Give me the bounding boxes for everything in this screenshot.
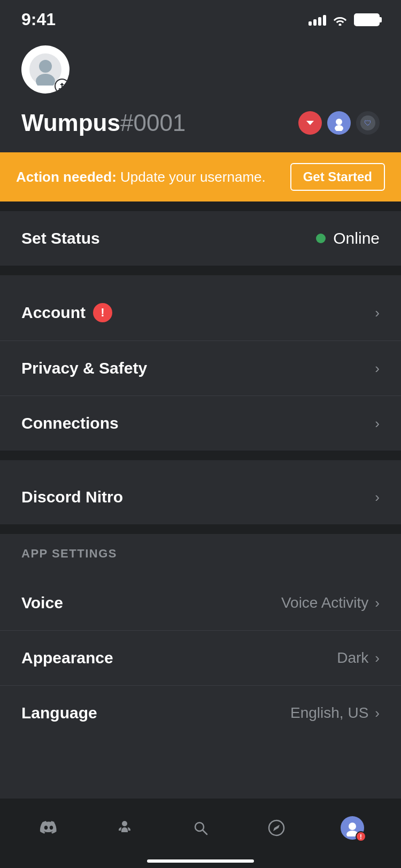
appearance-chevron: › [375,650,380,666]
appearance-right: Dark › [337,649,380,666]
nav-discover[interactable] [255,812,298,844]
avatar[interactable] [21,45,70,94]
voice-label: Voice [21,594,63,612]
home-indicator [147,859,254,863]
account-label: Account [21,304,86,322]
privacy-chevron: › [375,360,380,377]
voice-right: Voice Activity › [281,594,380,611]
action-banner: Action needed: Update your username. Get… [0,152,401,201]
nitro-label: Discord Nitro [21,488,123,506]
privacy-left: Privacy & Safety [21,359,147,377]
profile-section: Wumpus#0001 🛡 [0,99,401,152]
nitro-section: Discord Nitro › [0,470,401,524]
compass-icon [267,818,286,838]
separator-1 [0,266,401,275]
connections-left: Connections [21,414,119,432]
section-divider-top [0,201,401,211]
wifi-icon [333,14,348,26]
language-value: English, US [290,704,368,722]
app-settings-header: APP SETTINGS [0,534,401,566]
privacy-label: Privacy & Safety [21,359,147,377]
nav-home[interactable] [27,812,70,844]
nitro-item[interactable]: Discord Nitro › [0,470,401,524]
separator-2 [0,451,401,460]
status-time: 9:41 [21,10,56,29]
discord-logo-icon [39,818,58,838]
nav-search[interactable] [179,812,222,844]
svg-line-9 [203,830,207,834]
status-bar: 9:41 [0,0,401,35]
nav-profile-badge: ! [356,831,366,842]
svg-point-12 [349,823,356,830]
language-chevron: › [375,705,380,722]
connections-label: Connections [21,414,119,432]
voice-value: Voice Activity [281,594,368,611]
language-right: English, US › [290,704,380,722]
action-message: Update your username. [117,169,266,185]
badge-row: 🛡 [298,111,380,135]
account-item[interactable]: Account ! › [0,285,401,341]
nav-profile-container: ! [341,816,364,840]
appearance-value: Dark [337,649,368,666]
avatar-area [0,35,401,99]
nitro-chevron: › [375,489,380,506]
bottom-nav: ! [0,799,401,868]
voice-chevron: › [375,595,380,611]
language-label: Language [21,704,97,722]
avatar-container[interactable] [21,45,70,94]
badge-downvote [298,111,322,135]
separator-3 [0,524,401,534]
status-value: Online [333,229,380,247]
language-item[interactable]: Language English, US › [0,686,401,740]
action-text: Action needed: Update your username. [16,169,266,185]
badge-hypesquad: 🛡 [356,111,380,135]
appearance-label: Appearance [21,649,113,667]
svg-text:🛡: 🛡 [364,119,372,127]
app-settings-section: Voice Voice Activity › Appearance Dark ›… [0,576,401,740]
svg-marker-11 [273,825,280,831]
username-row: Wumpus#0001 🛡 [21,110,380,136]
svg-point-4 [336,119,342,125]
avatar-upload-badge [55,79,70,94]
svg-point-1 [39,60,52,73]
discriminator: #0001 [120,110,186,136]
privacy-safety-item[interactable]: Privacy & Safety › [0,341,401,396]
battery-icon [354,13,380,26]
nav-friends[interactable] [103,812,146,844]
account-left: Account ! [21,303,112,322]
search-icon [191,818,210,838]
badge-nitro [327,111,351,135]
connections-chevron: › [375,415,380,432]
appearance-item[interactable]: Appearance Dark › [0,631,401,686]
friends-icon [115,818,134,838]
nav-profile[interactable]: ! [331,812,374,844]
get-started-button[interactable]: Get Started [290,163,385,191]
set-status-item[interactable]: Set Status Online [0,211,401,266]
status-right: Online [316,229,380,247]
action-prefix: Action needed: [16,169,117,185]
voice-item[interactable]: Voice Voice Activity › [0,576,401,631]
username: Wumpus [21,110,120,136]
account-chevron: › [375,305,380,321]
account-notification-badge: ! [93,303,112,322]
connections-item[interactable]: Connections › [0,396,401,451]
main-settings-section: Account ! › Privacy & Safety › Connectio… [0,285,401,451]
status-icons [309,13,380,26]
set-status-label: Set Status [21,229,100,247]
username-display: Wumpus#0001 [21,110,186,136]
online-indicator [316,234,326,243]
signal-icon [309,14,326,26]
